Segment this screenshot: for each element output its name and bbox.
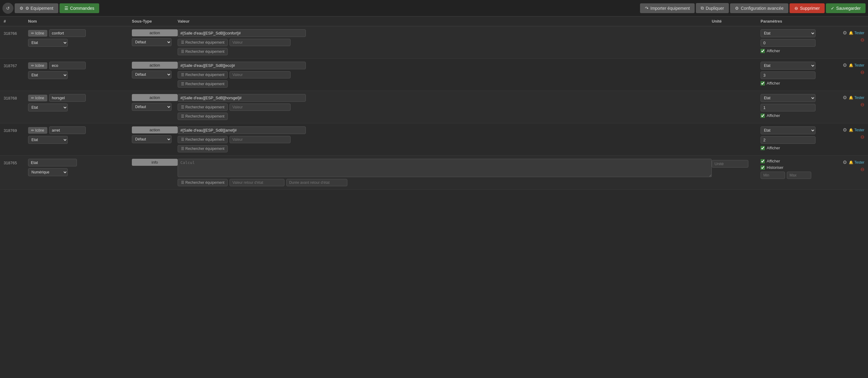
calcul-input-318765[interactable] xyxy=(178,159,712,177)
config-button[interactable]: ⚙ Configuration avancée xyxy=(730,3,788,13)
defaut-select-318767[interactable]: Défaut xyxy=(132,70,172,79)
afficher-checkbox-318768[interactable] xyxy=(761,114,765,118)
supprimer-icon: ⊖ xyxy=(795,6,798,11)
col-actions-header xyxy=(840,19,864,24)
gear-button-318768[interactable]: ⚙ xyxy=(843,95,847,100)
rechercher-btn1-318765[interactable]: ☰ Rechercher équipement xyxy=(178,179,228,186)
valeur-input-318766[interactable] xyxy=(178,29,306,37)
afficher-checkbox-318769[interactable] xyxy=(761,146,765,150)
max-input-318765[interactable] xyxy=(787,172,811,179)
icone-button-318766[interactable]: ✏ Icône xyxy=(28,30,47,37)
remove-button-318769[interactable]: ⊖ xyxy=(860,134,864,140)
gear-button-318766[interactable]: ⚙ xyxy=(843,30,847,36)
back-button[interactable]: ↺ xyxy=(2,3,13,14)
col-subtype-318765: info xyxy=(132,159,178,166)
remove-button-318768[interactable]: ⊖ xyxy=(860,102,864,108)
rechercher-btn2-318766[interactable]: ☰ Rechercher équipement xyxy=(178,48,228,55)
rechercher-btn2-318769[interactable]: ☰ Rechercher équipement xyxy=(178,145,228,152)
valeur-input-318768[interactable] xyxy=(178,94,306,102)
config-label: Configuration avancée xyxy=(741,6,783,11)
afficher-label-318768: Afficher xyxy=(767,113,780,118)
sauvegarder-label: Sauvegarder xyxy=(836,6,861,11)
tester-button-318765[interactable]: 🔔 Tester xyxy=(849,160,864,165)
rechercher-btn1-318768[interactable]: ☰ Rechercher équipement xyxy=(178,104,228,111)
icone-button-318767[interactable]: ✏ Icône xyxy=(28,62,47,69)
col-params-318767: Etat Afficher xyxy=(761,62,840,86)
param-num-318766[interactable] xyxy=(761,39,815,47)
valeur-placeholder-318768[interactable] xyxy=(229,104,290,111)
unite-input-318765[interactable] xyxy=(712,160,748,168)
remove-button-318765[interactable]: ⊖ xyxy=(860,166,864,172)
afficher-label-318769: Afficher xyxy=(767,146,780,150)
valeur-input-318769[interactable] xyxy=(178,126,306,134)
rechercher-btn1-318769[interactable]: ☰ Rechercher équipement xyxy=(178,136,228,143)
type-select-318769[interactable]: Etat xyxy=(28,136,68,144)
col-nom: Nom xyxy=(28,19,132,24)
historiser-checkbox-318765[interactable] xyxy=(761,166,765,170)
afficher-label-318765: Afficher xyxy=(767,159,780,163)
afficher-label-318766: Afficher xyxy=(767,49,780,53)
defaut-select-318768[interactable]: Défaut xyxy=(132,103,172,111)
col-subtype-318767: action Défaut xyxy=(132,62,178,79)
param-select-318766[interactable]: Etat xyxy=(761,29,815,37)
commandes-button[interactable]: ☰ Commandes xyxy=(60,3,99,13)
defaut-select-318766[interactable]: Défaut xyxy=(132,38,172,46)
tester-button-318767[interactable]: 🔔 Tester xyxy=(849,63,864,67)
tester-button-318766[interactable]: 🔔 Tester xyxy=(849,31,864,35)
icone-button-318769[interactable]: ✏ Icône xyxy=(28,127,47,134)
supprimer-label: Supprimer xyxy=(800,6,820,11)
min-input-318765[interactable] xyxy=(761,172,785,179)
equipment-button[interactable]: ⚙ ⚙ Equipement xyxy=(14,3,58,13)
tester-button-318768[interactable]: 🔔 Tester xyxy=(849,95,864,100)
valeur-placeholder-318766[interactable] xyxy=(229,39,290,46)
defaut-select-318769[interactable]: Défaut xyxy=(132,135,172,143)
param-select-318768[interactable]: Etat xyxy=(761,94,815,102)
afficher-checkbox-318767[interactable] xyxy=(761,81,765,86)
gear-button-318765[interactable]: ⚙ xyxy=(843,159,847,165)
param-num-318768[interactable] xyxy=(761,104,815,112)
duree-retour-318765[interactable] xyxy=(286,179,347,186)
nom-input-318765[interactable] xyxy=(28,159,77,166)
type-select-318768[interactable]: Etat xyxy=(28,104,68,112)
type-select-318767[interactable]: Etat xyxy=(28,71,68,79)
dupliquer-button[interactable]: ⧉ Dupliquer xyxy=(696,3,729,13)
rechercher-btn2-318768[interactable]: ☰ Rechercher équipement xyxy=(178,113,228,120)
gear-button-318769[interactable]: ⚙ xyxy=(843,127,847,133)
param-select-318767[interactable]: Etat xyxy=(761,62,815,69)
valeur-retour-318765[interactable] xyxy=(229,179,284,186)
rechercher-btn2-318767[interactable]: ☰ Rechercher équipement xyxy=(178,80,228,88)
type-select-318765[interactable]: Numérique xyxy=(28,168,68,176)
param-select-318769[interactable]: Etat xyxy=(761,126,815,134)
nom-input-318767[interactable] xyxy=(49,62,86,69)
param-num-318767[interactable] xyxy=(761,71,815,79)
table-row: 318766 ✏ Icône Etat action Défaut ☰ Rech… xyxy=(0,26,868,59)
nom-input-318769[interactable] xyxy=(49,126,86,134)
valeur-placeholder-318769[interactable] xyxy=(229,136,290,143)
gear-button-318767[interactable]: ⚙ xyxy=(843,62,847,68)
nom-input-318768[interactable] xyxy=(49,94,86,102)
col-actions-318766: ⚙ 🔔 Tester ⊖ xyxy=(840,29,864,43)
icone-button-318768[interactable]: ✏ Icône xyxy=(28,95,47,101)
afficher-label-318767: Afficher xyxy=(767,81,780,86)
col-unite-318769 xyxy=(712,126,761,127)
remove-button-318766[interactable]: ⊖ xyxy=(860,37,864,43)
rechercher-btn1-318766[interactable]: ☰ Rechercher équipement xyxy=(178,39,228,46)
valeur-input-318767[interactable] xyxy=(178,62,306,69)
table-row: 318765 Numérique info ☰ Rechercher équip… xyxy=(0,156,868,190)
remove-button-318767[interactable]: ⊖ xyxy=(860,69,864,75)
dupliquer-icon: ⧉ xyxy=(701,5,704,11)
type-select-318766[interactable]: Etat xyxy=(28,39,68,47)
col-valeur-318767: ☰ Rechercher équipement ☰ Rechercher équ… xyxy=(178,62,712,88)
sauvegarder-button[interactable]: ✓ Sauvegarder xyxy=(826,3,866,13)
afficher-checkbox-318766[interactable] xyxy=(761,49,765,53)
col-nom-318765: Numérique xyxy=(28,159,132,176)
import-button[interactable]: ↷ Importer équipement xyxy=(640,3,695,13)
valeur-placeholder-318767[interactable] xyxy=(229,71,290,79)
rechercher-btn1-318767[interactable]: ☰ Rechercher équipement xyxy=(178,71,228,79)
nom-input-318766[interactable] xyxy=(49,29,86,37)
afficher-checkbox-318765[interactable] xyxy=(761,159,765,163)
tester-button-318769[interactable]: 🔔 Tester xyxy=(849,128,864,132)
table-row: 318768 ✏ Icône Etat action Défaut ☰ Rech… xyxy=(0,91,868,123)
supprimer-button[interactable]: ⊖ Supprimer xyxy=(789,3,825,13)
param-num-318769[interactable] xyxy=(761,136,815,144)
